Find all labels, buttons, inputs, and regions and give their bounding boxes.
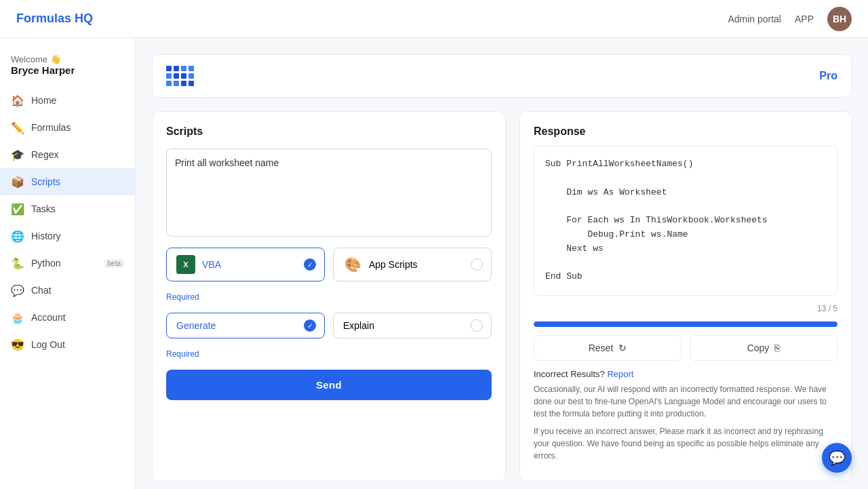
- type-selection: X VBA ✓ 🎨 App Scripts: [166, 248, 492, 281]
- nav-label-account: Account: [31, 312, 124, 323]
- sidebar-welcome: Welcome 👋 Bryce Harper: [0, 49, 135, 87]
- nav-icon-formulas: ✏️: [11, 121, 24, 134]
- nav-label-formulas: Formulas: [31, 122, 124, 133]
- nav-label-tasks: Tasks: [31, 203, 124, 214]
- sidebar-username: Bryce Harper: [11, 64, 124, 76]
- required-label-2: Required: [166, 349, 492, 359]
- content-area: Scripts X VBA ✓ 🎨 App Scripts Requi: [152, 111, 852, 482]
- sidebar-item-python[interactable]: 🐍 Python beta: [0, 250, 135, 277]
- vba-type-btn[interactable]: X VBA ✓: [166, 248, 325, 281]
- admin-portal-link[interactable]: Admin portal: [728, 14, 781, 24]
- response-panel-title: Response: [534, 125, 837, 138]
- nav-label-home: Home: [31, 95, 124, 106]
- nav-icon-account: 🧁: [11, 311, 24, 324]
- pro-badge: Pro: [819, 70, 837, 82]
- send-button[interactable]: Send: [166, 370, 492, 400]
- report-link[interactable]: Report: [607, 369, 633, 379]
- progress-bar: [534, 321, 837, 327]
- vba-label: VBA: [202, 259, 221, 270]
- explain-check: [471, 319, 483, 332]
- explain-label: Explain: [343, 320, 374, 331]
- required-label-1: Required: [166, 292, 492, 302]
- sidebar-item-history[interactable]: 🌐 History: [0, 222, 135, 250]
- sidebar-nav: 🏠 Home ✏️ Formulas 🎓 Regex 📦 Scripts ✅ T…: [0, 87, 135, 478]
- generate-label: Generate: [176, 320, 216, 331]
- sidebar: Welcome 👋 Bryce Harper 🏠 Home ✏️ Formula…: [0, 38, 136, 489]
- code-line: [545, 172, 826, 186]
- layout: Welcome 👋 Bryce Harper 🏠 Home ✏️ Formula…: [0, 38, 868, 489]
- header-right: Admin portal APP BH: [728, 7, 852, 31]
- copy-button[interactable]: Copy ⎘: [690, 335, 837, 361]
- sidebar-item-formulas[interactable]: ✏️ Formulas: [0, 114, 135, 141]
- incorrect-text-2: If you receive an incorrect answer, Plea…: [534, 425, 837, 462]
- code-line: Debug.Print ws.Name: [545, 228, 826, 242]
- sidebar-item-account[interactable]: 🧁 Account: [0, 304, 135, 331]
- nav-label-chat: Chat: [31, 285, 124, 296]
- nav-icon-chat: 💬: [11, 283, 24, 297]
- logo[interactable]: Formulas HQ: [16, 12, 93, 26]
- reset-button[interactable]: Reset ↻: [534, 335, 682, 361]
- scripts-panel-title: Scripts: [166, 125, 492, 138]
- sidebar-item-chat[interactable]: 💬 Chat: [0, 277, 135, 304]
- code-line: [545, 256, 826, 271]
- explain-btn[interactable]: Explain: [333, 313, 492, 338]
- code-line: Next ws: [545, 242, 826, 256]
- code-line: Sub PrintAllWorksheetNames(): [545, 157, 826, 172]
- code-line: For Each ws In ThisWorkbook.Worksheets: [545, 214, 826, 228]
- code-line: [545, 199, 826, 214]
- nav-icon-logout: 😎: [11, 338, 24, 351]
- code-line: Dim ws As Worksheet: [545, 186, 826, 200]
- welcome-text: Welcome 👋: [11, 54, 124, 64]
- top-card: Pro: [152, 54, 852, 98]
- reset-label: Reset: [589, 343, 614, 353]
- app-link[interactable]: APP: [795, 14, 814, 24]
- code-block: Sub PrintAllWorksheetNames() Dim ws As W…: [534, 146, 837, 296]
- appscripts-label: App Scripts: [369, 259, 418, 270]
- copy-label: Copy: [747, 343, 770, 353]
- nav-icon-tasks: ✅: [11, 202, 24, 216]
- sidebar-item-scripts[interactable]: 📦 Scripts: [0, 168, 135, 195]
- reset-icon: ↻: [618, 343, 627, 353]
- vba-icon: X: [176, 255, 195, 274]
- nav-label-history: History: [31, 231, 124, 241]
- sidebar-item-logout[interactable]: 😎 Log Out: [0, 331, 135, 358]
- scripts-panel: Scripts X VBA ✓ 🎨 App Scripts Requi: [152, 111, 506, 482]
- incorrect-section: Incorrect Results? Report Occasionally, …: [534, 369, 837, 467]
- generate-btn[interactable]: Generate ✓: [166, 313, 325, 338]
- sidebar-item-home[interactable]: 🏠 Home: [0, 87, 135, 114]
- action-selection: Generate ✓ Explain: [166, 313, 492, 338]
- nav-icon-history: 🌐: [11, 229, 24, 243]
- incorrect-title: Incorrect Results? Report: [534, 369, 837, 379]
- nav-badge-python: beta: [104, 259, 124, 268]
- response-counter: 13 / 5: [534, 304, 837, 313]
- grid-icon: [166, 66, 194, 86]
- chat-icon: 💬: [829, 450, 846, 466]
- copy-icon: ⎘: [774, 343, 780, 353]
- progress-bar-fill: [534, 321, 837, 327]
- vba-check: ✓: [304, 258, 316, 271]
- nav-icon-home: 🏠: [11, 94, 24, 107]
- appscripts-icon: 🎨: [343, 255, 362, 274]
- nav-label-scripts: Scripts: [31, 176, 124, 187]
- nav-icon-python: 🐍: [11, 256, 24, 270]
- header: Formulas HQ Admin portal APP BH: [0, 0, 868, 38]
- sidebar-item-regex[interactable]: 🎓 Regex: [0, 141, 135, 168]
- nav-label-logout: Log Out: [31, 339, 124, 350]
- appscripts-type-btn[interactable]: 🎨 App Scripts: [333, 248, 492, 281]
- sidebar-item-tasks[interactable]: ✅ Tasks: [0, 195, 135, 222]
- action-row: Reset ↻ Copy ⎘: [534, 335, 837, 361]
- generate-check: ✓: [304, 319, 316, 332]
- script-input[interactable]: [166, 149, 492, 237]
- response-panel: Response Sub PrintAllWorksheetNames() Di…: [519, 111, 852, 482]
- main-content: Pro Scripts X VBA ✓ 🎨 App Scripts: [136, 38, 868, 489]
- nav-icon-scripts: 📦: [11, 175, 24, 189]
- nav-icon-regex: 🎓: [11, 148, 24, 161]
- avatar[interactable]: BH: [827, 7, 852, 31]
- nav-label-python: Python: [31, 258, 98, 269]
- incorrect-text-1: Occasionally, our AI will respond with a…: [534, 383, 837, 420]
- chat-bubble[interactable]: 💬: [822, 443, 852, 473]
- appscripts-check: [471, 258, 483, 271]
- nav-label-regex: Regex: [31, 149, 124, 160]
- code-line: End Sub: [545, 270, 826, 284]
